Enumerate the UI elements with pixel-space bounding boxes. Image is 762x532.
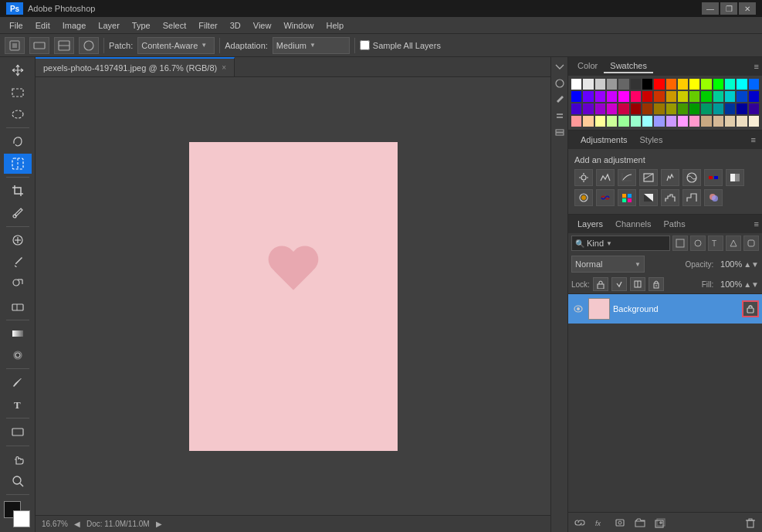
heal-option-btn-1[interactable] xyxy=(29,37,49,54)
blur-tool-btn[interactable] xyxy=(4,345,32,365)
strip-btn-adjust[interactable] xyxy=(553,109,567,123)
menu-image[interactable]: Image xyxy=(56,19,93,32)
swatch[interactable] xyxy=(701,79,711,90)
status-right-arrow[interactable]: ▶ xyxy=(156,520,162,528)
layer-kind-search[interactable]: 🔍 Kind ▼ xyxy=(571,236,670,251)
swatch[interactable] xyxy=(666,103,676,114)
swatches-panel-menu[interactable]: ≡ xyxy=(754,62,759,71)
strip-btn-eyedrop[interactable] xyxy=(553,76,567,90)
layer-background-item[interactable]: Background xyxy=(568,294,762,324)
swatch[interactable] xyxy=(571,91,581,102)
shape-tool-btn[interactable] xyxy=(4,422,32,442)
swatch[interactable] xyxy=(642,79,652,90)
delete-layer-btn[interactable] xyxy=(742,515,759,530)
swatch[interactable] xyxy=(678,79,688,90)
close-button[interactable]: ✕ xyxy=(739,2,756,15)
heal-option-btn-2[interactable] xyxy=(54,37,74,54)
zoom-tool-btn[interactable] xyxy=(4,471,32,491)
new-group-btn[interactable] xyxy=(632,515,649,530)
sample-all-layers-option[interactable]: Sample All Layers xyxy=(360,40,441,50)
swatch[interactable] xyxy=(666,116,676,127)
swatch[interactable] xyxy=(678,103,688,114)
eraser-tool-btn[interactable] xyxy=(4,296,32,316)
tab-paths[interactable]: Paths xyxy=(658,218,692,230)
swatch[interactable] xyxy=(654,91,664,102)
tab-swatches[interactable]: Swatches xyxy=(604,59,653,73)
background-color[interactable] xyxy=(13,510,30,527)
adj-invert-icon[interactable] xyxy=(639,189,658,206)
blend-mode-dropdown[interactable]: Normal ▼ xyxy=(571,256,645,273)
swatch[interactable] xyxy=(595,91,605,102)
menu-help[interactable]: Help xyxy=(320,19,351,32)
link-layers-btn[interactable] xyxy=(571,515,588,530)
tab-styles[interactable]: Styles xyxy=(634,134,669,146)
swatch[interactable] xyxy=(607,91,617,102)
lock-all-btn[interactable] xyxy=(649,277,664,291)
swatch[interactable] xyxy=(737,116,747,127)
swatch[interactable] xyxy=(689,116,699,127)
crop-tool-btn[interactable] xyxy=(4,181,32,201)
adj-levels-icon[interactable] xyxy=(596,169,615,186)
swatch[interactable] xyxy=(749,79,759,90)
swatch[interactable] xyxy=(631,103,641,114)
adj-vibrance-icon[interactable] xyxy=(661,169,679,186)
layers-filter-icon-5[interactable] xyxy=(743,236,759,251)
adj-colorbalance-icon[interactable] xyxy=(704,169,723,186)
swatch[interactable] xyxy=(607,103,617,114)
hand-tool-btn[interactable] xyxy=(4,449,32,469)
patch-dropdown[interactable]: Content-Aware ▼ xyxy=(137,37,215,54)
swatch[interactable] xyxy=(666,79,676,90)
strip-btn-layers[interactable] xyxy=(553,125,567,139)
heal-option-btn-3[interactable] xyxy=(79,37,99,54)
adj-bw-icon[interactable] xyxy=(726,169,744,186)
strip-btn-1[interactable] xyxy=(553,60,567,74)
adj-threshold-icon[interactable] xyxy=(682,189,701,206)
adj-exposure-icon[interactable] xyxy=(639,169,658,186)
layer-visibility-toggle[interactable] xyxy=(571,302,585,316)
menu-window[interactable]: Window xyxy=(277,19,320,32)
menu-type[interactable]: Type xyxy=(126,19,157,32)
swatch[interactable] xyxy=(631,91,641,102)
swatch[interactable] xyxy=(713,91,723,102)
swatch[interactable] xyxy=(583,91,593,102)
swatch[interactable] xyxy=(737,79,747,90)
menu-3d[interactable]: 3D xyxy=(224,19,247,32)
swatch[interactable] xyxy=(654,116,664,127)
lasso-tool-btn[interactable] xyxy=(4,131,32,151)
marquee-rect-tool-btn[interactable] xyxy=(4,82,32,102)
gradient-tool-btn[interactable] xyxy=(4,323,32,343)
menu-edit[interactable]: Edit xyxy=(29,19,56,32)
document-tab[interactable]: pexels-photo-4197491.jpeg @ 16.7% (RGB/8… xyxy=(36,57,235,76)
layers-filter-icon-2[interactable] xyxy=(690,236,706,251)
brush-tool-btn[interactable] xyxy=(4,252,32,272)
menu-view[interactable]: View xyxy=(247,19,278,32)
swatch[interactable] xyxy=(749,103,759,114)
adj-photofilter-icon[interactable] xyxy=(574,189,593,206)
swatch[interactable] xyxy=(725,116,735,127)
marquee-ellipse-tool-btn[interactable] xyxy=(4,104,32,124)
swatch[interactable] xyxy=(607,116,617,127)
menu-layer[interactable]: Layer xyxy=(92,19,126,32)
swatch[interactable] xyxy=(678,116,688,127)
restore-button[interactable]: ❐ xyxy=(720,2,737,15)
swatch[interactable] xyxy=(725,79,735,90)
adj-brightness-icon[interactable] xyxy=(574,169,593,186)
adj-panel-menu[interactable]: ≡ xyxy=(751,135,756,144)
adaptation-dropdown[interactable]: Medium ▼ xyxy=(273,37,350,54)
add-mask-btn[interactable] xyxy=(611,515,628,530)
new-layer-btn[interactable] xyxy=(652,515,669,530)
adj-channelmixer-icon[interactable] xyxy=(596,189,615,206)
swatch[interactable] xyxy=(725,103,735,114)
swatch[interactable] xyxy=(618,91,628,102)
menu-select[interactable]: Select xyxy=(157,19,193,32)
swatch[interactable] xyxy=(749,91,759,102)
lock-position-btn[interactable] xyxy=(611,277,627,291)
swatch[interactable] xyxy=(701,116,711,127)
layers-filter-icon-1[interactable] xyxy=(672,236,688,251)
swatch[interactable] xyxy=(737,103,747,114)
tab-adjustments[interactable]: Adjustments xyxy=(574,134,634,146)
swatch[interactable] xyxy=(737,91,747,102)
lock-pixels-btn[interactable] xyxy=(593,277,608,291)
swatch[interactable] xyxy=(689,91,699,102)
swatch[interactable] xyxy=(571,103,581,114)
